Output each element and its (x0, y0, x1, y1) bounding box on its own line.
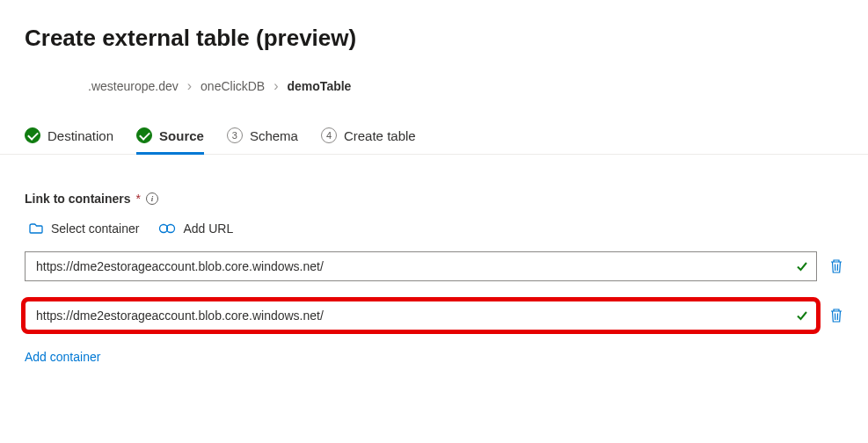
url-input-wrapper (25, 251, 817, 281)
url-input[interactable] (34, 308, 795, 323)
field-label: Link to containers (25, 192, 131, 206)
step-schema[interactable]: 3 Schema (227, 119, 298, 154)
checkmark-icon (795, 259, 809, 273)
url-input-wrapper (25, 301, 817, 330)
wizard-steps: Destination Source 3 Schema 4 Create tab… (0, 119, 868, 155)
add-container-link[interactable]: Add container (25, 350, 843, 364)
breadcrumb: .westeurope.dev oneClickDB demoTable (88, 78, 843, 94)
select-container-button[interactable]: Select container (28, 222, 139, 236)
delete-icon[interactable] (829, 258, 843, 274)
url-row (25, 301, 843, 330)
url-row (25, 251, 843, 281)
link-icon (158, 222, 176, 235)
add-url-label: Add URL (183, 222, 233, 236)
step-label: Destination (47, 128, 113, 143)
page-title: Create external table (preview) (25, 25, 843, 52)
check-circle-icon (136, 127, 152, 143)
step-source[interactable]: Source (136, 119, 204, 154)
step-label: Source (159, 128, 204, 143)
info-icon[interactable]: i (146, 192, 158, 205)
step-create-table[interactable]: 4 Create table (321, 119, 416, 154)
required-indicator: * (136, 192, 141, 206)
check-circle-icon (25, 127, 40, 143)
chevron-right-icon (274, 78, 278, 94)
breadcrumb-item[interactable]: .westeurope.dev (88, 79, 179, 93)
step-number-icon: 4 (321, 127, 337, 143)
step-label: Schema (250, 128, 298, 143)
step-label: Create table (344, 128, 416, 143)
select-container-label: Select container (51, 222, 139, 236)
add-url-button[interactable]: Add URL (158, 222, 233, 236)
step-destination[interactable]: Destination (25, 119, 113, 154)
container-icon (28, 222, 44, 236)
section-label: Link to containers * i (25, 192, 843, 206)
breadcrumb-item-current: demoTable (288, 79, 352, 93)
breadcrumb-item[interactable]: oneClickDB (201, 79, 265, 93)
checkmark-icon (795, 309, 809, 323)
chevron-right-icon (187, 78, 192, 94)
delete-icon[interactable] (829, 308, 843, 323)
step-number-icon: 3 (227, 127, 243, 143)
url-input[interactable] (34, 258, 795, 274)
